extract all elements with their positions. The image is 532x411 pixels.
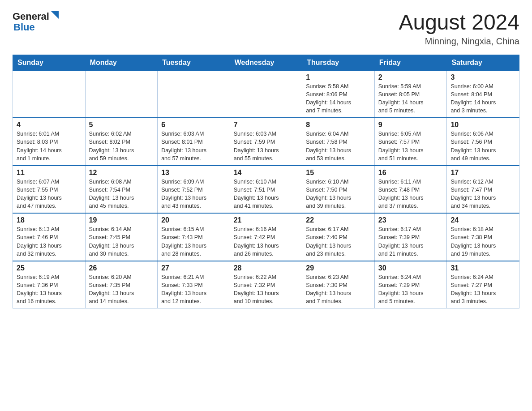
day-info: Sunrise: 5:59 AM Sunset: 8:05 PM Dayligh… — [378, 82, 443, 115]
day-number: 16 — [378, 169, 443, 177]
day-number: 22 — [306, 216, 371, 224]
day-number: 2 — [378, 73, 443, 81]
day-number: 20 — [161, 216, 226, 224]
table-row: 23Sunrise: 6:17 AM Sunset: 7:39 PM Dayli… — [374, 213, 447, 261]
day-info: Sunrise: 6:24 AM Sunset: 7:27 PM Dayligh… — [450, 273, 515, 306]
day-info: Sunrise: 6:08 AM Sunset: 7:54 PM Dayligh… — [89, 178, 154, 210]
day-info: Sunrise: 6:11 AM Sunset: 7:48 PM Dayligh… — [378, 178, 443, 210]
page-header: General Blue August 2024 Minning, Ningxi… — [13, 11, 519, 47]
calendar-table: Sunday Monday Tuesday Wednesday Thursday… — [13, 55, 519, 309]
day-info: Sunrise: 6:02 AM Sunset: 8:02 PM Dayligh… — [89, 130, 154, 163]
table-row: 8Sunrise: 6:04 AM Sunset: 7:58 PM Daylig… — [302, 118, 375, 166]
col-friday: Friday — [374, 55, 447, 70]
day-number: 30 — [378, 264, 443, 272]
day-info: Sunrise: 6:12 AM Sunset: 7:47 PM Dayligh… — [450, 178, 515, 210]
table-row: 7Sunrise: 6:03 AM Sunset: 7:59 PM Daylig… — [230, 118, 302, 166]
table-row: 3Sunrise: 6:00 AM Sunset: 8:04 PM Daylig… — [447, 70, 519, 118]
day-info: Sunrise: 6:07 AM Sunset: 7:55 PM Dayligh… — [17, 178, 82, 210]
day-info: Sunrise: 6:04 AM Sunset: 7:58 PM Dayligh… — [306, 130, 371, 163]
col-sunday: Sunday — [13, 55, 86, 70]
day-info: Sunrise: 6:03 AM Sunset: 7:59 PM Dayligh… — [234, 130, 299, 163]
table-row: 22Sunrise: 6:17 AM Sunset: 7:40 PM Dayli… — [302, 213, 375, 261]
day-info: Sunrise: 6:00 AM Sunset: 8:04 PM Dayligh… — [450, 82, 515, 115]
col-tuesday: Tuesday — [158, 55, 230, 70]
day-number: 26 — [89, 264, 154, 272]
day-info: Sunrise: 6:17 AM Sunset: 7:40 PM Dayligh… — [306, 225, 371, 258]
table-row: 28Sunrise: 6:22 AM Sunset: 7:32 PM Dayli… — [230, 261, 302, 308]
table-row: 4Sunrise: 6:01 AM Sunset: 8:03 PM Daylig… — [13, 118, 86, 166]
day-info: Sunrise: 6:10 AM Sunset: 7:51 PM Dayligh… — [234, 178, 299, 210]
month-title: August 2024 — [399, 11, 519, 34]
table-row — [85, 70, 158, 118]
day-number: 31 — [450, 264, 515, 272]
table-row: 21Sunrise: 6:16 AM Sunset: 7:42 PM Dayli… — [230, 213, 302, 261]
calendar-week-row: 1Sunrise: 5:58 AM Sunset: 8:06 PM Daylig… — [13, 70, 519, 118]
table-row: 12Sunrise: 6:08 AM Sunset: 7:54 PM Dayli… — [85, 166, 158, 214]
calendar-week-row: 11Sunrise: 6:07 AM Sunset: 7:55 PM Dayli… — [13, 166, 519, 214]
table-row: 15Sunrise: 6:10 AM Sunset: 7:50 PM Dayli… — [302, 166, 375, 214]
day-info: Sunrise: 6:17 AM Sunset: 7:39 PM Dayligh… — [378, 225, 443, 258]
table-row: 29Sunrise: 6:23 AM Sunset: 7:30 PM Dayli… — [302, 261, 375, 308]
table-row: 5Sunrise: 6:02 AM Sunset: 8:02 PM Daylig… — [85, 118, 158, 166]
day-info: Sunrise: 6:03 AM Sunset: 8:01 PM Dayligh… — [161, 130, 226, 163]
table-row: 25Sunrise: 6:19 AM Sunset: 7:36 PM Dayli… — [13, 261, 86, 308]
table-row: 9Sunrise: 6:05 AM Sunset: 7:57 PM Daylig… — [374, 118, 447, 166]
calendar-week-row: 25Sunrise: 6:19 AM Sunset: 7:36 PM Dayli… — [13, 261, 519, 308]
day-number: 9 — [378, 121, 443, 129]
day-number: 5 — [89, 121, 154, 129]
day-number: 18 — [17, 216, 82, 224]
day-info: Sunrise: 6:05 AM Sunset: 7:57 PM Dayligh… — [378, 130, 443, 163]
table-row: 27Sunrise: 6:21 AM Sunset: 7:33 PM Dayli… — [158, 261, 230, 308]
day-number: 1 — [306, 73, 371, 81]
day-info: Sunrise: 6:22 AM Sunset: 7:32 PM Dayligh… — [234, 273, 299, 306]
table-row — [13, 70, 86, 118]
table-row: 1Sunrise: 5:58 AM Sunset: 8:06 PM Daylig… — [302, 70, 375, 118]
table-row: 31Sunrise: 6:24 AM Sunset: 7:27 PM Dayli… — [447, 261, 519, 308]
logo: General Blue — [13, 11, 59, 33]
table-row: 24Sunrise: 6:18 AM Sunset: 7:38 PM Dayli… — [447, 213, 519, 261]
day-info: Sunrise: 5:58 AM Sunset: 8:06 PM Dayligh… — [306, 82, 371, 115]
table-row: 19Sunrise: 6:14 AM Sunset: 7:45 PM Dayli… — [85, 213, 158, 261]
day-number: 6 — [161, 121, 226, 129]
table-row: 30Sunrise: 6:24 AM Sunset: 7:29 PM Dayli… — [374, 261, 447, 308]
col-thursday: Thursday — [302, 55, 375, 70]
day-number: 12 — [89, 169, 154, 177]
day-number: 11 — [17, 169, 82, 177]
day-info: Sunrise: 6:18 AM Sunset: 7:38 PM Dayligh… — [450, 225, 515, 258]
day-number: 29 — [306, 264, 371, 272]
table-row: 6Sunrise: 6:03 AM Sunset: 8:01 PM Daylig… — [158, 118, 230, 166]
svg-marker-0 — [51, 11, 59, 19]
day-info: Sunrise: 6:20 AM Sunset: 7:35 PM Dayligh… — [89, 273, 154, 306]
calendar-week-row: 4Sunrise: 6:01 AM Sunset: 8:03 PM Daylig… — [13, 118, 519, 166]
day-info: Sunrise: 6:10 AM Sunset: 7:50 PM Dayligh… — [306, 178, 371, 210]
table-row: 20Sunrise: 6:15 AM Sunset: 7:43 PM Dayli… — [158, 213, 230, 261]
col-monday: Monday — [85, 55, 158, 70]
table-row: 16Sunrise: 6:11 AM Sunset: 7:48 PM Dayli… — [374, 166, 447, 214]
title-section: August 2024 Minning, Ningxia, China — [399, 11, 519, 47]
table-row: 17Sunrise: 6:12 AM Sunset: 7:47 PM Dayli… — [447, 166, 519, 214]
day-number: 24 — [450, 216, 515, 224]
day-number: 27 — [161, 264, 226, 272]
day-number: 7 — [234, 121, 299, 129]
day-number: 3 — [450, 73, 515, 81]
day-number: 21 — [234, 216, 299, 224]
table-row: 10Sunrise: 6:06 AM Sunset: 7:56 PM Dayli… — [447, 118, 519, 166]
day-number: 10 — [450, 121, 515, 129]
table-row: 14Sunrise: 6:10 AM Sunset: 7:51 PM Dayli… — [230, 166, 302, 214]
table-row: 26Sunrise: 6:20 AM Sunset: 7:35 PM Dayli… — [85, 261, 158, 308]
day-number: 14 — [234, 169, 299, 177]
logo-blue-text: Blue — [13, 21, 35, 33]
day-info: Sunrise: 6:15 AM Sunset: 7:43 PM Dayligh… — [161, 225, 226, 258]
day-number: 28 — [234, 264, 299, 272]
day-info: Sunrise: 6:23 AM Sunset: 7:30 PM Dayligh… — [306, 273, 371, 306]
location-subtitle: Minning, Ningxia, China — [399, 36, 519, 47]
day-number: 19 — [89, 216, 154, 224]
calendar-week-row: 18Sunrise: 6:13 AM Sunset: 7:46 PM Dayli… — [13, 213, 519, 261]
day-info: Sunrise: 6:24 AM Sunset: 7:29 PM Dayligh… — [378, 273, 443, 306]
table-row — [158, 70, 230, 118]
day-number: 4 — [17, 121, 82, 129]
day-number: 23 — [378, 216, 443, 224]
day-number: 13 — [161, 169, 226, 177]
col-wednesday: Wednesday — [230, 55, 302, 70]
day-info: Sunrise: 6:21 AM Sunset: 7:33 PM Dayligh… — [161, 273, 226, 306]
